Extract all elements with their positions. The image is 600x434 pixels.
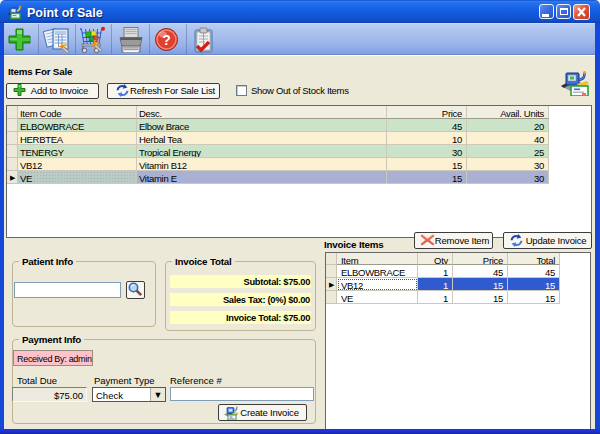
svg-text:?: ?	[162, 32, 171, 48]
